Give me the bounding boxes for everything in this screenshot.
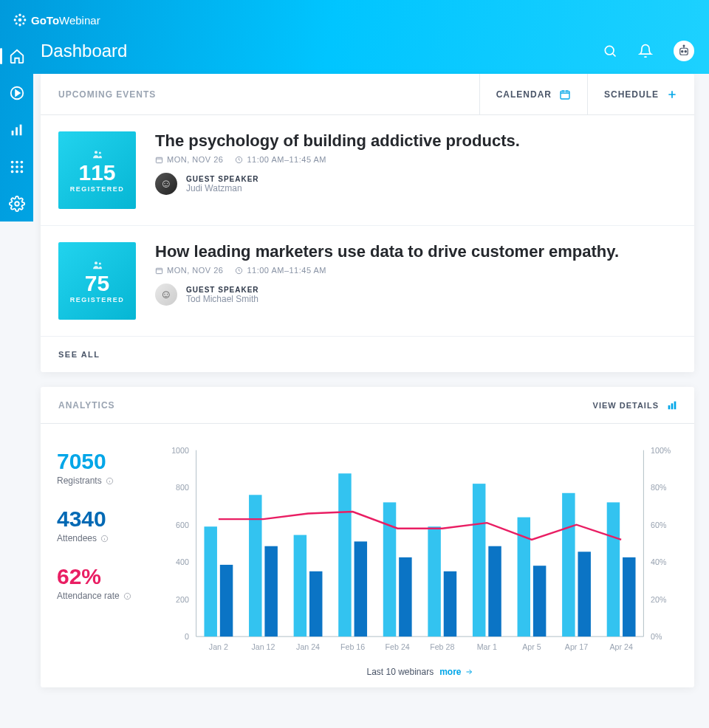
svg-text:60%: 60%: [651, 521, 667, 529]
sidebar-item-analytics[interactable]: [9, 122, 25, 138]
svg-point-7: [16, 22, 18, 24]
svg-point-1: [18, 14, 21, 16]
svg-rect-73: [428, 526, 440, 636]
chart-icon: [666, 399, 678, 411]
event-time: 11:00 AM–11:45 AM: [235, 155, 326, 164]
chart-footer-text: Last 10 webinars: [366, 667, 434, 677]
see-all-link[interactable]: SEE ALL: [41, 337, 694, 372]
view-details-button[interactable]: VIEW DETAILS: [593, 399, 694, 411]
analytics-section-title: ANALYTICS: [41, 400, 593, 411]
event-time: 11:00 AM–11:45 AM: [235, 266, 326, 275]
info-icon[interactable]: [106, 477, 114, 485]
svg-rect-58: [204, 526, 216, 636]
svg-point-23: [605, 46, 614, 55]
svg-rect-77: [488, 546, 501, 636]
svg-point-29: [95, 151, 97, 154]
chart-more-link[interactable]: more: [439, 667, 473, 677]
event-title: The psychology of building addictive pro…: [155, 131, 677, 151]
upcoming-events-card: UPCOMING EVENTS CALENDAR SCHEDULE 115 RE…: [41, 74, 694, 372]
speaker-name: Tod Michael Smith: [186, 294, 259, 304]
calendar-small-icon: [155, 156, 163, 164]
speaker-block: ☺ GUEST SPEAKER Tod Michael Smith: [155, 284, 677, 306]
sidebar-item-webinars[interactable]: [9, 85, 25, 101]
svg-rect-71: [399, 557, 411, 636]
sidebar-item-dashboard[interactable]: [9, 48, 25, 64]
calendar-icon: [559, 89, 571, 100]
svg-point-14: [16, 161, 18, 164]
speaker-avatar: ☺: [155, 173, 177, 195]
svg-text:200: 200: [176, 595, 189, 604]
svg-rect-70: [383, 502, 396, 636]
event-row[interactable]: 115 REGISTERED The psychology of buildin…: [41, 115, 694, 226]
event-row[interactable]: 75 REGISTERED How leading marketers use …: [41, 226, 694, 337]
svg-text:40%: 40%: [651, 557, 667, 566]
registered-count: 75: [85, 272, 109, 295]
metric-attendance-rate: 62% Attendance rate: [57, 564, 153, 601]
svg-rect-86: [623, 557, 635, 636]
svg-text:Jan 12: Jan 12: [251, 642, 275, 651]
registered-label: REGISTERED: [70, 185, 125, 193]
event-title: How leading marketers use data to drive …: [155, 242, 677, 261]
sidebar: [0, 41, 33, 212]
svg-rect-39: [674, 401, 677, 409]
schedule-button[interactable]: SCHEDULE: [587, 74, 694, 114]
svg-point-27: [683, 45, 685, 47]
svg-point-13: [10, 161, 13, 164]
metric-attendees: 4340 Attendees: [57, 506, 153, 543]
calendar-button[interactable]: CALENDAR: [479, 74, 587, 114]
profile-avatar[interactable]: [674, 41, 694, 61]
info-icon[interactable]: [123, 592, 131, 600]
page-title: Dashboard: [41, 41, 127, 61]
search-button[interactable]: [603, 44, 617, 58]
svg-point-5: [16, 16, 18, 18]
svg-text:800: 800: [176, 483, 189, 492]
svg-point-3: [14, 18, 16, 21]
svg-text:400: 400: [176, 557, 189, 566]
brand-light: Webinar: [59, 14, 100, 27]
svg-point-0: [18, 18, 22, 22]
svg-point-34: [98, 262, 100, 264]
svg-rect-68: [354, 541, 367, 636]
svg-text:100%: 100%: [651, 446, 671, 455]
svg-rect-11: [16, 127, 18, 135]
robot-icon: [677, 44, 691, 58]
sidebar-item-settings[interactable]: [9, 196, 25, 212]
svg-rect-35: [156, 268, 162, 273]
analytics-card: ANALYTICS VIEW DETAILS 7050 Registrants …: [41, 387, 694, 687]
svg-point-22: [15, 202, 19, 206]
registered-badge: 115 REGISTERED: [58, 131, 136, 209]
info-icon[interactable]: [100, 535, 109, 543]
svg-rect-10: [11, 131, 13, 135]
svg-point-15: [20, 161, 23, 164]
metrics-column: 7050 Registrants 4340 Attendees 62% Atte…: [57, 442, 153, 677]
svg-rect-74: [444, 571, 456, 636]
registered-badge: 75 REGISTERED: [58, 242, 136, 320]
svg-point-16: [10, 165, 13, 168]
svg-rect-82: [562, 493, 575, 636]
topbar: Dashboard: [41, 41, 694, 61]
svg-rect-28: [561, 91, 569, 99]
svg-text:Jan 24: Jan 24: [296, 642, 320, 651]
notifications-button[interactable]: [638, 44, 653, 58]
svg-text:Feb 16: Feb 16: [340, 642, 365, 651]
svg-text:1000: 1000: [171, 446, 189, 455]
speaker-block: ☺ GUEST SPEAKER Judi Watzman: [155, 173, 677, 195]
brand-logo[interactable]: GoToWebinar: [13, 13, 100, 27]
bell-icon: [638, 44, 653, 58]
svg-text:Mar 1: Mar 1: [477, 642, 497, 651]
svg-rect-59: [220, 565, 233, 636]
svg-point-25: [682, 51, 683, 52]
registered-label: REGISTERED: [70, 296, 125, 303]
upcoming-section-title: UPCOMING EVENTS: [41, 74, 479, 114]
svg-text:20%: 20%: [651, 595, 667, 604]
svg-point-18: [20, 165, 23, 168]
svg-point-17: [16, 165, 18, 168]
svg-rect-37: [668, 405, 671, 409]
gear-icon: [9, 196, 25, 212]
arrow-right-icon: [465, 667, 473, 676]
sidebar-item-apps[interactable]: [9, 159, 25, 175]
svg-point-8: [22, 22, 24, 24]
svg-point-4: [24, 18, 26, 21]
svg-point-26: [685, 51, 686, 52]
metric-label: Attendance rate: [57, 591, 153, 601]
